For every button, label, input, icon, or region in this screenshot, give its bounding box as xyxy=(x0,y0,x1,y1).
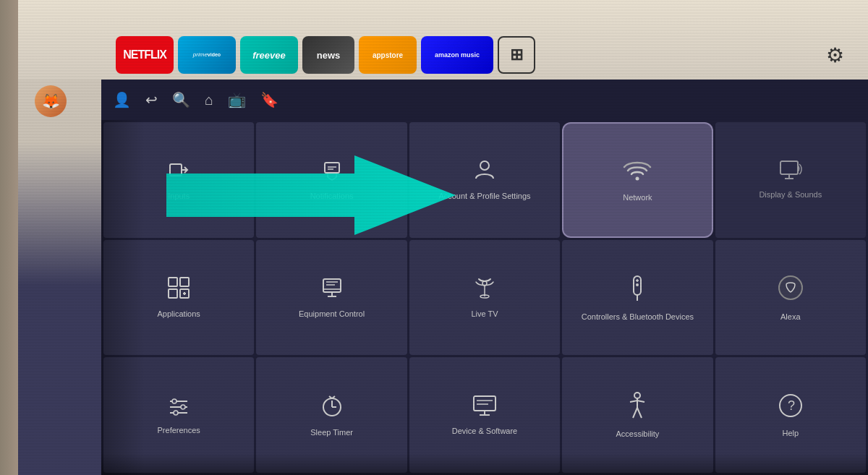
appstore-app-tile[interactable]: appstore xyxy=(359,36,417,74)
prime-video-app-tile[interactable]: prime video xyxy=(178,36,236,74)
preferences-label: Preferences xyxy=(152,425,206,435)
applications-tile[interactable]: Applications xyxy=(103,240,254,356)
equipment-control-tile[interactable]: Equipment Control xyxy=(256,240,407,356)
applications-icon xyxy=(167,276,190,303)
display-sounds-icon xyxy=(779,160,802,184)
display-sounds-tile[interactable]: Display & Sounds xyxy=(715,122,866,238)
svg-point-34 xyxy=(181,405,185,409)
sleep-timer-icon xyxy=(320,393,344,421)
svg-rect-10 xyxy=(180,278,189,286)
accessibility-label: Accessibility xyxy=(610,429,665,439)
help-tile[interactable]: ? Help xyxy=(715,357,866,473)
svg-point-4 xyxy=(480,161,489,170)
news-app-tile[interactable]: news xyxy=(302,36,354,74)
freevee-app-tile[interactable]: freevee xyxy=(240,36,298,74)
svg-point-29 xyxy=(779,276,802,299)
notifications-label: Notifications xyxy=(305,191,359,201)
svg-rect-9 xyxy=(169,278,177,286)
equipment-control-icon xyxy=(320,276,344,303)
sleep-timer-tile[interactable]: Sleep Timer xyxy=(256,357,407,473)
inputs-tile[interactable]: Inputs xyxy=(103,122,254,238)
equipment-control-label: Equipment Control xyxy=(293,309,370,319)
svg-rect-15 xyxy=(323,279,341,292)
nav-bookmark-icon[interactable]: 🔖 xyxy=(260,91,278,108)
inputs-label: Inputs xyxy=(162,191,195,201)
svg-rect-41 xyxy=(474,396,495,411)
user-avatar[interactable]: 🦊 xyxy=(35,85,67,117)
alexa-label: Alexa xyxy=(775,312,807,322)
help-icon: ? xyxy=(778,393,804,422)
device-software-label: Device & Software xyxy=(446,426,523,436)
accessibility-tile[interactable]: Accessibility xyxy=(562,357,712,473)
network-wifi-icon xyxy=(623,157,652,187)
svg-point-46 xyxy=(634,393,640,398)
live-tv-icon xyxy=(473,276,496,303)
network-label: Network xyxy=(617,192,658,202)
controllers-bluetooth-label: Controllers & Bluetooth Devices xyxy=(576,312,699,322)
notifications-icon xyxy=(320,158,344,185)
tv-bezel-left xyxy=(0,0,18,475)
amazon-music-app-tile[interactable]: amazon music xyxy=(421,36,493,74)
netflix-app-tile[interactable]: NETFLIX xyxy=(116,36,174,74)
svg-point-35 xyxy=(174,411,178,415)
device-software-tile[interactable]: Device & Software xyxy=(409,357,560,473)
settings-gear-button[interactable]: ⚙ xyxy=(816,36,854,74)
live-tv-tile[interactable]: Live TV xyxy=(409,240,560,356)
help-label: Help xyxy=(776,428,804,438)
top-app-bar: NETFLIX prime video freevee news appstor… xyxy=(0,0,868,80)
sleep-timer-label: Sleep Timer xyxy=(305,427,359,437)
display-sounds-label: Display & Sounds xyxy=(753,189,827,200)
nav-home-icon[interactable]: ⌂ xyxy=(205,92,213,108)
controllers-bluetooth-tile[interactable]: Controllers & Bluetooth Devices xyxy=(562,240,712,356)
svg-text:?: ? xyxy=(788,398,795,413)
nav-search-icon[interactable]: 🔍 xyxy=(172,91,190,108)
controllers-bluetooth-icon xyxy=(629,273,646,306)
nav-tv-icon[interactable]: 📺 xyxy=(228,91,246,108)
alexa-tile[interactable]: Alexa xyxy=(715,240,866,356)
notifications-tile[interactable]: Notifications xyxy=(256,122,407,238)
svg-line-48 xyxy=(633,408,637,418)
settings-grid: Inputs Notifications Account & Profile S… xyxy=(101,120,868,475)
preferences-icon xyxy=(167,395,190,419)
alexa-icon xyxy=(776,273,805,306)
inputs-icon xyxy=(167,158,190,185)
svg-rect-11 xyxy=(169,289,177,298)
accessibility-icon xyxy=(626,392,649,423)
svg-point-33 xyxy=(172,399,176,403)
svg-rect-6 xyxy=(780,161,798,174)
account-profile-tile[interactable]: Account & Profile Settings xyxy=(409,122,560,238)
account-profile-label: Account & Profile Settings xyxy=(433,191,536,201)
device-software-icon xyxy=(472,395,497,420)
svg-point-26 xyxy=(636,283,639,286)
nav-profile-icon[interactable]: 👤 xyxy=(113,91,131,108)
network-tile[interactable]: Network xyxy=(562,122,712,238)
svg-rect-0 xyxy=(170,164,182,176)
svg-line-49 xyxy=(637,408,642,418)
nav-back-icon[interactable]: ↩ xyxy=(145,91,158,108)
applications-label: Applications xyxy=(152,309,206,319)
preferences-tile[interactable]: Preferences xyxy=(103,357,254,473)
grid-plus-button[interactable]: ⊞ xyxy=(498,36,535,74)
svg-rect-1 xyxy=(325,163,339,173)
account-icon xyxy=(473,158,496,185)
svg-point-5 xyxy=(636,177,639,181)
navigation-bar: 👤 ↩ 🔍 ⌂ 📺 🔖 xyxy=(101,80,868,120)
live-tv-label: Live TV xyxy=(465,309,503,319)
